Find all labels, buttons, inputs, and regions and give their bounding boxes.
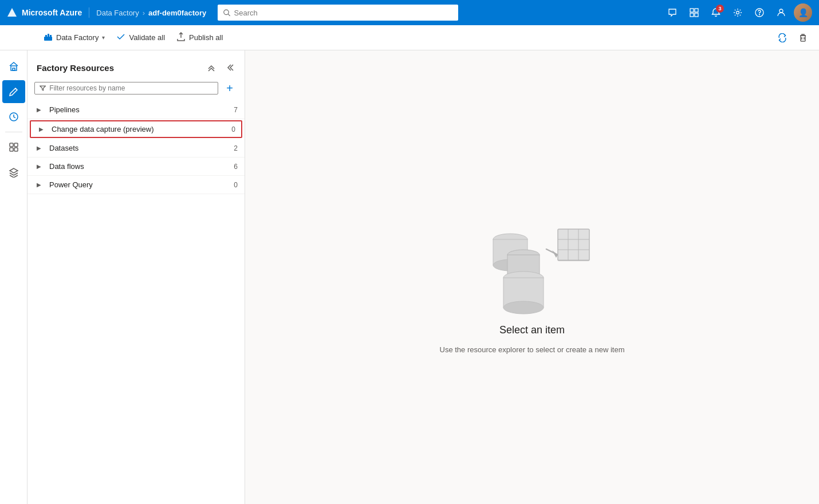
factory-label: Data Factory: [56, 33, 99, 42]
expand-icon: ▶: [37, 145, 44, 151]
notification-badge: 3: [716, 5, 724, 13]
item-label: Pipelines: [49, 105, 226, 114]
validate-all-btn[interactable]: Validate all: [112, 30, 170, 45]
validate-icon: [116, 32, 125, 43]
nav-icons: 3 👤: [663, 3, 812, 22]
azure-icon: [7, 7, 17, 18]
item-label: Data flows: [49, 162, 226, 171]
svg-rect-22: [14, 143, 18, 147]
svg-rect-5: [690, 13, 694, 17]
breadcrumb: Data Factory › adf-dem0factory: [89, 9, 206, 17]
publish-all-btn[interactable]: Publish all: [172, 30, 227, 45]
item-count: 0: [226, 181, 238, 189]
brand: Microsoft Azure: [7, 7, 89, 18]
item-label: Power Query: [49, 180, 226, 189]
monitor-icon-btn[interactable]: [2, 105, 25, 128]
toolbar: Data Factory ▾ Validate all Publish all: [0, 25, 819, 50]
publish-label: Publish all: [189, 33, 223, 42]
sidebar-header: Factory Resources: [27, 50, 245, 80]
svg-point-7: [737, 11, 739, 14]
svg-point-10: [779, 9, 783, 13]
sidebar-actions: [203, 60, 238, 76]
top-nav: Microsoft Azure Data Factory › adf-dem0f…: [0, 0, 819, 25]
chat-icon-btn[interactable]: [663, 3, 682, 22]
resource-item[interactable]: ▶ Power Query 0: [27, 176, 245, 194]
sidebar-title: Factory Resources: [37, 63, 114, 73]
item-label: Change data capture (preview): [52, 125, 224, 133]
empty-state-title: Select an item: [499, 324, 565, 336]
add-resource-btn[interactable]: +: [222, 80, 238, 96]
avatar-image: 👤: [794, 3, 812, 22]
collapse-panel-btn[interactable]: [222, 60, 238, 76]
item-count: 0: [224, 125, 235, 133]
search-icon: [223, 9, 230, 17]
svg-rect-14: [50, 35, 52, 37]
svg-rect-11: [44, 37, 52, 41]
filter-icon: [40, 85, 46, 92]
expand-icon: ▶: [37, 182, 44, 188]
expand-icon: ▶: [37, 163, 44, 170]
learn-icon-btn[interactable]: [2, 161, 25, 184]
validate-label: Validate all: [129, 33, 165, 42]
factory-caret[interactable]: ▾: [102, 34, 105, 41]
factory-icon: [44, 32, 53, 43]
search-box[interactable]: [218, 5, 458, 21]
svg-rect-6: [695, 13, 698, 17]
item-count: 2: [226, 144, 238, 152]
pencil-icon-btn[interactable]: [2, 80, 25, 103]
svg-line-2: [228, 14, 230, 15]
avatar[interactable]: 👤: [794, 3, 812, 22]
help-icon-btn[interactable]: [750, 3, 769, 22]
resource-item[interactable]: ▶ Data flows 6: [27, 158, 245, 176]
svg-rect-13: [48, 34, 49, 37]
brand-text: Microsoft Azure: [22, 8, 82, 17]
breadcrumb-sep: ›: [143, 9, 145, 17]
svg-point-9: [759, 14, 760, 15]
item-count: 6: [226, 163, 238, 171]
illustration: Select an item Use the resource explorer…: [440, 200, 625, 354]
icon-bar: [0, 50, 27, 504]
svg-rect-15: [801, 36, 805, 41]
main-content: Select an item Use the resource explorer…: [245, 50, 819, 504]
portal-icon-btn[interactable]: [685, 3, 703, 22]
item-count: 7: [226, 106, 238, 114]
svg-point-41: [503, 301, 544, 314]
expand-icon: ▶: [37, 107, 44, 113]
settings-icon-btn[interactable]: [729, 3, 747, 22]
empty-state-subtitle: Use the resource explorer to select or c…: [440, 345, 625, 354]
svg-rect-23: [10, 148, 13, 151]
resource-item[interactable]: ▶ Change data capture (preview) 0: [30, 120, 242, 138]
resource-item[interactable]: ▶ Pipelines 7: [27, 101, 245, 119]
svg-marker-0: [7, 8, 17, 17]
svg-point-1: [224, 10, 229, 15]
svg-rect-3: [690, 9, 694, 12]
filter-row: +: [27, 80, 245, 101]
empty-state-illustration: [469, 200, 595, 315]
item-label: Datasets: [49, 144, 226, 152]
svg-rect-19: [13, 68, 15, 70]
home-icon-btn[interactable]: [2, 55, 25, 78]
icon-bar-divider1: [5, 132, 22, 132]
expand-icon: ▶: [39, 126, 46, 132]
main-layout: Factory Resources + ▶ Pipelines: [0, 50, 819, 504]
search-input[interactable]: [234, 9, 453, 17]
breadcrumb-item2[interactable]: adf-dem0factory: [148, 9, 206, 17]
filter-input[interactable]: [49, 84, 213, 92]
toolbar-right: [773, 29, 812, 47]
collapse-all-btn[interactable]: [203, 60, 219, 76]
resource-item[interactable]: ▶ Datasets 2: [27, 139, 245, 158]
factory-btn[interactable]: Data Factory ▾: [39, 30, 109, 45]
account-icon-btn[interactable]: [772, 3, 790, 22]
delete-btn[interactable]: [794, 29, 812, 47]
svg-rect-21: [10, 143, 13, 147]
sidebar: Factory Resources + ▶ Pipelines: [27, 50, 245, 504]
manage-icon-btn[interactable]: [2, 136, 25, 159]
svg-rect-12: [45, 35, 47, 37]
svg-rect-33: [558, 229, 589, 261]
filter-input-wrapper[interactable]: [34, 82, 218, 94]
svg-rect-24: [14, 148, 18, 151]
notification-icon-btn[interactable]: 3: [707, 3, 725, 22]
refresh-btn[interactable]: [773, 29, 792, 47]
breadcrumb-item1[interactable]: Data Factory: [96, 9, 139, 17]
svg-rect-4: [695, 9, 698, 12]
